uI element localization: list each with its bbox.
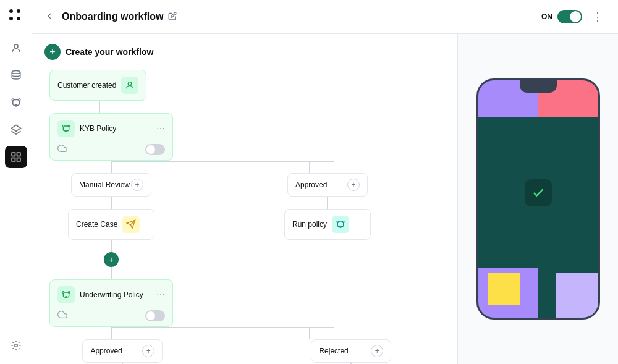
svg-point-21 [337, 221, 339, 223]
svg-point-24 [62, 292, 64, 294]
more-menu-button[interactable]: ⋮ [587, 7, 608, 26]
run-policy-icon [332, 216, 349, 233]
svg-rect-13 [17, 158, 20, 161]
svg-marker-9 [11, 125, 20, 132]
underwriting-more-button[interactable]: ⋯ [156, 290, 165, 300]
edit-title-icon[interactable] [168, 12, 177, 22]
kyb-cloud-icon [57, 143, 67, 155]
back-button[interactable] [42, 9, 57, 25]
branch1-approved: Approved + [287, 173, 368, 197]
workflow-canvas: + Create your workflow Customer created [32, 34, 457, 364]
svg-point-14 [14, 344, 17, 347]
toggle-label: ON [541, 12, 552, 21]
trigger-icon-badge [121, 77, 138, 94]
kyb-toggle[interactable] [145, 144, 165, 155]
run-policy-node: Run policy [284, 209, 371, 240]
kyb-more-button[interactable]: ⋯ [156, 124, 165, 133]
svg-point-1 [17, 9, 20, 13]
add-node-between-sections[interactable]: + [104, 252, 119, 267]
underwriting-toggle[interactable] [145, 310, 165, 321]
branch2-right-add[interactable]: + [371, 345, 383, 357]
branch2-rejected: Rejected + [311, 339, 391, 363]
svg-point-2 [9, 17, 13, 20]
phone-check-icon [525, 179, 552, 206]
sidebar-item-grid[interactable] [5, 146, 27, 168]
svg-point-25 [68, 292, 70, 294]
branch1-manual-review: Manual Review + [71, 173, 151, 197]
create-case-icon [122, 216, 140, 233]
svg-rect-10 [12, 153, 15, 156]
workflow-toggle[interactable] [557, 10, 582, 23]
toggle-knob [570, 11, 581, 22]
branch1-left-add[interactable]: + [131, 179, 143, 191]
underwriting-cloud-icon [57, 310, 67, 321]
svg-point-7 [18, 99, 20, 101]
preview-panel [457, 34, 618, 364]
sidebar-bottom [5, 334, 27, 357]
main-area: Onboarding workflow ON ⋮ + Create your w… [32, 0, 618, 364]
svg-point-22 [342, 221, 344, 223]
kyb-policy-node: KYB Policy ⋯ [49, 113, 173, 161]
page-header: Onboarding workflow ON ⋮ [32, 0, 618, 34]
page-title: Onboarding workflow [62, 11, 163, 22]
svg-point-3 [17, 17, 20, 20]
create-case-node: Create Case [68, 209, 154, 240]
trigger-node: Customer created [49, 70, 146, 101]
sidebar-item-flow[interactable] [5, 91, 27, 114]
sidebar [0, 0, 32, 364]
app-logo [7, 7, 25, 25]
phone-screen-dark [478, 117, 598, 268]
svg-rect-11 [17, 153, 20, 156]
phone-notch [520, 80, 557, 93]
svg-point-16 [62, 125, 64, 127]
phone-lavender-block [556, 273, 598, 318]
kyb-label: KYB Policy [80, 124, 116, 133]
workflow-section-title: Create your workflow [66, 47, 153, 57]
branch2-approved: Approved + [82, 339, 163, 363]
sidebar-item-users[interactable] [5, 37, 27, 59]
underwriting-label: Underwriting Policy [80, 290, 143, 299]
sidebar-item-settings[interactable] [5, 334, 27, 357]
trigger-label: Customer created [57, 81, 116, 90]
svg-rect-12 [12, 158, 15, 161]
underwriting-icon [57, 286, 75, 303]
svg-point-4 [14, 44, 18, 48]
content-area: + Create your workflow Customer created [32, 34, 618, 364]
flow-root: Customer created KYB Policy [44, 70, 445, 364]
phone-yellow-block [488, 273, 520, 305]
svg-point-5 [12, 71, 20, 74]
underwriting-policy-node: Underwriting Policy ⋯ [49, 279, 173, 327]
create-workflow-button[interactable]: + [44, 44, 61, 60]
svg-point-6 [12, 99, 14, 101]
branch2-left-add[interactable]: + [142, 345, 154, 357]
phone-mockup [476, 78, 600, 320]
sidebar-item-database[interactable] [5, 64, 27, 87]
branch1-right-add[interactable]: + [347, 179, 360, 191]
sidebar-item-layers[interactable] [5, 119, 27, 141]
workflow-header: + Create your workflow [44, 44, 445, 60]
svg-point-17 [68, 125, 70, 127]
svg-point-15 [129, 82, 132, 85]
svg-point-0 [9, 9, 13, 13]
kyb-icon [57, 120, 75, 137]
